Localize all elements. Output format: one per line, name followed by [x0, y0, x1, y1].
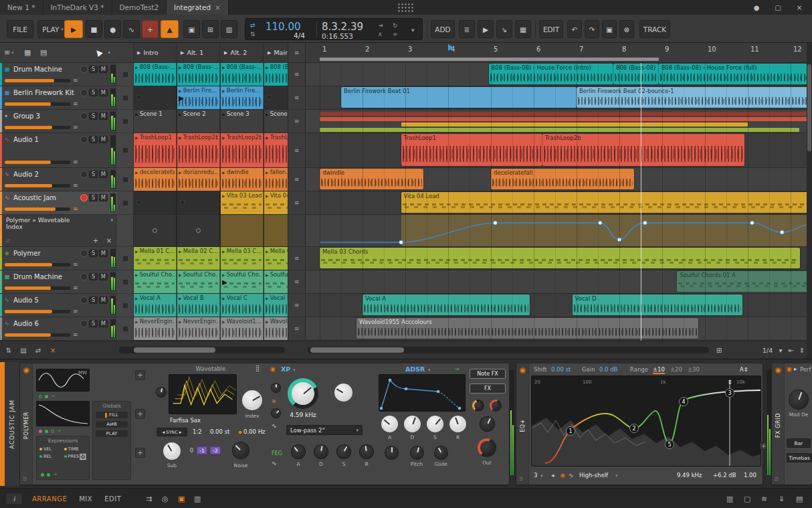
- scene-play-icon[interactable]: ▶: [224, 50, 227, 56]
- range-10-option[interactable]: ±10: [653, 366, 665, 374]
- power-icon[interactable]: [520, 367, 526, 373]
- solo-button[interactable]: S: [89, 89, 98, 96]
- wavetable-index-knob[interactable]: [242, 390, 262, 410]
- monitor-button[interactable]: [80, 297, 88, 304]
- scrollbar-thumb[interactable]: [134, 347, 215, 353]
- remove-lane-button[interactable]: ×: [105, 237, 113, 244]
- clip-play-icon[interactable]: ▶: [266, 319, 269, 324]
- clip-launcher-cell[interactable]: ▶808 (Bass-...: [264, 63, 288, 86]
- monitor-button[interactable]: [80, 250, 88, 257]
- arranger-clip[interactable]: Berlin Firework Beat 01: [341, 87, 577, 108]
- arranger-track-handle[interactable]: ≡: [288, 317, 305, 341]
- volume-slider[interactable]: [5, 126, 70, 129]
- filter-power-icon[interactable]: [270, 367, 276, 372]
- clip-play-icon[interactable]: ▶: [222, 170, 225, 175]
- volume-slider[interactable]: [5, 333, 70, 337]
- clip-stop-cell[interactable]: [117, 63, 133, 86]
- volume-slider[interactable]: [5, 263, 70, 266]
- filter-name[interactable]: XP: [281, 365, 290, 373]
- keytrack-icon[interactable]: ≋: [272, 398, 276, 404]
- eq-band-node[interactable]: 3: [728, 390, 731, 396]
- track-row[interactable]: ∿Audio 6SM≡: [0, 317, 117, 341]
- clip-launcher-cell[interactable]: ▶deceleratefall: [134, 168, 177, 191]
- automation-slot[interactable]: [264, 215, 288, 246]
- dual-panel-button[interactable]: ▣: [183, 20, 200, 38]
- tab-demotest2[interactable]: DemoTest2: [112, 0, 167, 15]
- time-display[interactable]: 0:16.553: [322, 32, 353, 40]
- detune-hz-value[interactable]: 0.00 Hz: [243, 428, 265, 435]
- restore-window-icon[interactable]: ▢: [771, 2, 785, 13]
- clip-stop-cell[interactable]: [117, 168, 133, 191]
- module-power-icon[interactable]: [787, 367, 792, 372]
- noise-level-knob[interactable]: [233, 442, 249, 458]
- clip-launcher-cell[interactable]: ▶Wavoloid1...: [221, 317, 264, 340]
- count-in-icon[interactable]: ∧: [378, 31, 383, 37]
- clip-play-icon[interactable]: ▶: [135, 272, 138, 277]
- zoom-fit-button[interactable]: ▥: [221, 20, 237, 38]
- track-menu-icon[interactable]: ≡: [73, 261, 80, 268]
- clip-launcher-cell[interactable]: ▶Soulful Cho...: [264, 270, 288, 293]
- record-arm-button[interactable]: [80, 194, 88, 201]
- band-gain-value[interactable]: +6.2 dB: [713, 472, 736, 479]
- track-menu-icon[interactable]: ≡: [73, 331, 80, 338]
- track-menu-icon[interactable]: ≡: [73, 124, 80, 131]
- monitor-button[interactable]: [80, 112, 88, 120]
- tool-menu-caret-icon[interactable]: ▾: [108, 50, 110, 56]
- mute-button[interactable]: M: [99, 320, 108, 327]
- pointer-tool-icon[interactable]: ▲: [92, 47, 103, 58]
- clip-play-icon[interactable]: ▶: [222, 296, 225, 301]
- clip-play-icon[interactable]: ▶: [222, 319, 225, 324]
- track-menu-icon[interactable]: ≡: [73, 182, 80, 189]
- clip-launcher-cell[interactable]: ▶Vocal B: [177, 294, 220, 317]
- clip-launcher-cell[interactable]: ▶Soulful Cho...: [177, 270, 220, 293]
- mute-button[interactable]: M: [99, 297, 108, 304]
- band-count-value[interactable]: 3: [534, 472, 537, 479]
- clip-launcher-cell[interactable]: ▶dorianredu...: [177, 168, 220, 191]
- eq-device-header[interactable]: EQ+ ⠿: [516, 363, 529, 485]
- shift-value[interactable]: 0.00 st: [551, 366, 571, 373]
- vel-expression[interactable]: VEL: [39, 446, 63, 452]
- sync-selector[interactable]: ◂SYNC▸: [157, 428, 187, 436]
- track-row[interactable]: ∿Audio 2SM≡: [0, 168, 117, 191]
- fx-tab[interactable]: FX: [470, 384, 506, 394]
- punch-record-button[interactable]: +: [142, 20, 159, 38]
- undo-button[interactable]: ↶: [567, 20, 582, 38]
- add-modulator-button[interactable]: +: [135, 370, 145, 380]
- tab-inthedark-v3-[interactable]: InTheDark V3 *: [43, 0, 112, 15]
- solo-button[interactable]: S: [89, 66, 98, 73]
- clip-play-icon[interactable]: ▶: [266, 65, 269, 70]
- clip-launcher-cell[interactable]: ▶TrashLoop2b: [221, 133, 264, 167]
- add-lane-button[interactable]: +: [92, 237, 100, 244]
- clip-play-icon[interactable]: ▶: [179, 112, 182, 116]
- empty-clip-slot[interactable]: [134, 86, 177, 109]
- clip-play-icon[interactable]: ▶: [135, 296, 138, 301]
- mute-button[interactable]: M: [99, 66, 108, 73]
- punch-in-icon[interactable]: ⇥: [378, 22, 383, 29]
- solo-button[interactable]: S: [89, 194, 98, 201]
- clip-play-icon[interactable]: ▶: [222, 88, 225, 93]
- automation-slot[interactable]: [177, 215, 220, 246]
- track-row[interactable]: ▦Drum MachineSM≡: [0, 270, 117, 294]
- filter-resonance-knob[interactable]: [334, 384, 352, 402]
- mute-button[interactable]: M: [99, 250, 108, 257]
- filter-mode-dropdown[interactable]: Low-pass 2°▾: [286, 425, 363, 435]
- solo-button[interactable]: S: [89, 297, 98, 304]
- clip-play-icon[interactable]: ▶: [222, 135, 225, 140]
- position-display[interactable]: 8.3.2.39: [322, 21, 363, 33]
- arranger-track-handle[interactable]: ≡: [288, 168, 305, 191]
- band-shape-icon[interactable]: ∿: [569, 472, 574, 479]
- detune-semitones-value[interactable]: 0.00 st: [210, 428, 229, 435]
- clip-launcher-cell[interactable]: ▶Vocal C: [221, 294, 264, 317]
- file-button[interactable]: FILE: [7, 20, 33, 38]
- vertical-scrollbar[interactable]: [807, 43, 812, 359]
- clip-launcher-cell[interactable]: ▶808 (Bass-...: [177, 63, 220, 86]
- snap-icon[interactable]: ◎: [162, 495, 169, 503]
- arranger-clip[interactable]: 808 (Bass-08) - House Force (intro): [489, 64, 613, 84]
- timebase-button[interactable]: Timebas: [787, 453, 812, 462]
- track-row[interactable]: ≋PolymerSM≡: [0, 247, 117, 270]
- drag-handle-icon[interactable]: ⠿: [519, 477, 523, 483]
- arranger-track-handle[interactable]: ≡: [288, 191, 305, 215]
- arranger-clip[interactable]: 808 (Bass-08) - House Force (full): [659, 64, 807, 84]
- clip-launcher-cell[interactable]: ▶Vocal D: [264, 294, 288, 317]
- clip-play-icon[interactable]: ▶: [179, 296, 182, 301]
